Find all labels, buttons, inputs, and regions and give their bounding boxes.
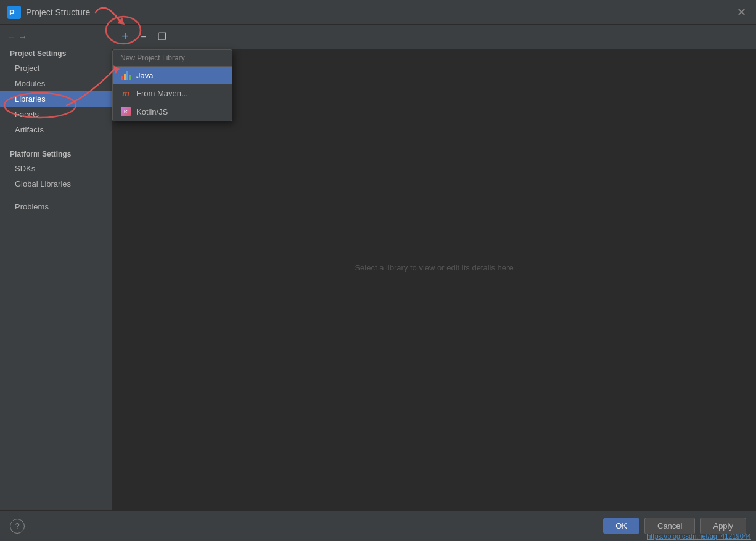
status-link[interactable]: https://blog.csdn.net/qq_41219044	[642, 531, 756, 541]
dropdown-item-maven[interactable]: m From Maven...	[113, 84, 232, 102]
sidebar-item-modules[interactable]: Modules	[0, 76, 112, 91]
sidebar: ← → Project Settings Project Modules Lib…	[0, 25, 112, 510]
remove-button[interactable]: −	[136, 29, 152, 45]
java-icon	[120, 70, 131, 80]
sidebar-item-project[interactable]: Project	[0, 60, 112, 76]
dropdown-item-kotlin[interactable]: K Kotlin/JS	[113, 102, 232, 121]
sidebar-item-problems[interactable]: Problems	[0, 199, 112, 214]
content-area: + − ❐ New Project Library Java	[112, 25, 756, 510]
sidebar-item-libraries[interactable]: Libraries	[0, 91, 112, 107]
kotlin-icon: K	[120, 106, 131, 117]
add-button[interactable]: +	[117, 29, 133, 45]
help-button[interactable]: ?	[10, 519, 25, 534]
copy-button[interactable]: ❐	[154, 29, 170, 45]
title-bar-title: Project Structure	[26, 7, 90, 17]
sidebar-item-facets[interactable]: Facets	[0, 107, 112, 122]
sidebar-divider-1	[0, 137, 112, 145]
forward-arrow[interactable]: →	[18, 32, 27, 42]
select-library-message: Select a library to view or edit its det…	[355, 263, 513, 272]
toolbar: + − ❐ New Project Library Java	[112, 25, 756, 49]
ok-button[interactable]: OK	[603, 518, 639, 534]
maven-icon: m	[120, 87, 131, 99]
bottom-left: ?	[10, 519, 25, 534]
app-logo: P	[7, 6, 21, 19]
dropdown-item-maven-label: From Maven...	[136, 89, 188, 98]
dropdown-menu: New Project Library Java m From Maven...	[112, 49, 232, 121]
dropdown-header: New Project Library	[113, 50, 232, 67]
main-layout: ← → Project Settings Project Modules Lib…	[0, 25, 756, 510]
sidebar-item-global-libraries[interactable]: Global Libraries	[0, 176, 112, 192]
nav-arrows: ← →	[0, 30, 112, 44]
sidebar-item-artifacts[interactable]: Artifacts	[0, 122, 112, 137]
dropdown-item-java-label: Java	[136, 71, 153, 80]
platform-settings-header: Platform Settings	[0, 145, 112, 161]
sidebar-item-sdks[interactable]: SDKs	[0, 161, 112, 176]
svg-text:P: P	[9, 8, 15, 17]
dropdown-item-java[interactable]: Java	[113, 67, 232, 84]
project-settings-header: Project Settings	[0, 44, 112, 60]
dropdown-item-kotlin-label: Kotlin/JS	[136, 107, 168, 116]
sidebar-divider-2	[0, 192, 112, 199]
back-arrow[interactable]: ←	[7, 32, 16, 42]
close-button[interactable]: ✕	[734, 5, 749, 20]
title-bar: P Project Structure ✕	[0, 0, 756, 25]
